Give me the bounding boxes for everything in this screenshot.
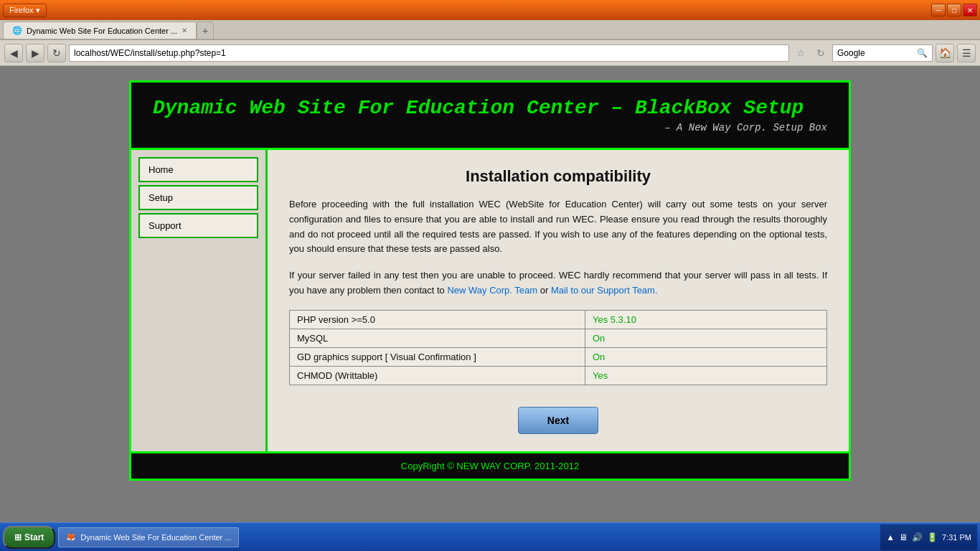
sidebar: Home Setup Support (131, 150, 268, 451)
footer-copyright: CopyRight © NEW WAY CORP. 2011-2012 (401, 461, 579, 471)
taskbar-items: 🦊 Dynamic Web Site For Education Center … (58, 527, 877, 547)
taskbar-tray: ▲ 🖥 🔊 🔋 7:31 PM (880, 524, 977, 550)
back-button[interactable]: ◀ (4, 44, 23, 62)
footer-bar: CopyRight © NEW WAY CORP. 2011-2012 (129, 453, 851, 481)
content-title: Installation compatibility (289, 167, 827, 186)
table-cell-value: Yes 5.3.10 (585, 310, 826, 329)
nav-bar: ◀ ▶ ↻ localhost/WEC/install/setup.php?st… (0, 40, 980, 66)
table-cell-value: On (585, 347, 826, 366)
table-row: PHP version >=5.0Yes 5.3.10 (290, 310, 827, 329)
link-mail-support[interactable]: Mail to our Support Team. (551, 285, 658, 296)
header-banner: Dynamic Web Site For Education Center – … (129, 80, 851, 150)
tab-bar: 🌐 Dynamic Web Site For Education Center … (0, 20, 980, 40)
table-cell-label: PHP version >=5.0 (290, 310, 585, 329)
browser-tab[interactable]: 🌐 Dynamic Web Site For Education Center … (3, 22, 197, 39)
taskbar: ⊞ Start 🦊 Dynamic Web Site For Education… (0, 522, 980, 551)
table-cell-label: CHMOD (Writtable) (290, 366, 585, 385)
content-paragraph1: Before proceeding with the full installa… (289, 197, 827, 257)
home-button[interactable]: 🏠 (936, 44, 954, 62)
table-cell-value: Yes (585, 366, 826, 385)
taskbar-browser-icon: 🦊 (66, 532, 76, 542)
google-search-icon[interactable]: 🔍 (917, 48, 928, 58)
title-bar-left: Firefox ▾ (3, 4, 47, 17)
reload-small-icon[interactable]: ↻ (812, 44, 829, 62)
start-button[interactable]: ⊞ Start (3, 526, 55, 549)
close-button[interactable]: ✕ (963, 4, 977, 17)
compatibility-table: PHP version >=5.0Yes 5.3.10MySQLOnGD gra… (289, 310, 827, 385)
sidebar-item-setup[interactable]: Setup (138, 185, 258, 210)
taskbar-browser-item[interactable]: 🦊 Dynamic Web Site For Education Center … (58, 527, 239, 547)
google-search-box[interactable]: Google 🔍 (832, 44, 933, 62)
tray-battery-icon: 🔋 (927, 532, 938, 542)
sidebar-item-home[interactable]: Home (138, 157, 258, 182)
browser-chrome: Firefox ▾ ─ □ ✕ 🌐 Dynamic Web Site For E… (0, 0, 980, 66)
page-wrapper: Dynamic Web Site For Education Center – … (0, 66, 980, 495)
table-row: GD graphics support [ Visual Confirmatio… (290, 347, 827, 366)
next-button-wrap: Next (289, 407, 827, 434)
link-new-way-corp[interactable]: New Way Corp. Team (447, 285, 537, 296)
reload-button[interactable]: ↻ (47, 44, 66, 62)
next-button[interactable]: Next (518, 407, 598, 434)
tray-network-icon: 🖥 (899, 532, 908, 542)
google-search-label: Google (837, 48, 865, 58)
menu-button[interactable]: ☰ (957, 44, 976, 62)
forward-button[interactable]: ▶ (26, 44, 44, 62)
address-bar[interactable]: localhost/WEC/install/setup.php?step=1 (69, 44, 789, 62)
header-title: Dynamic Web Site For Education Center – … (153, 97, 827, 119)
table-row: CHMOD (Writtable)Yes (290, 366, 827, 385)
minimize-button[interactable]: ─ (931, 4, 946, 17)
tab-close-icon[interactable]: ✕ (182, 27, 187, 34)
title-bar-controls: ─ □ ✕ (931, 4, 977, 17)
table-cell-label: MySQL (290, 329, 585, 347)
tray-arrow-icon: ▲ (886, 532, 895, 542)
firefox-menu-button[interactable]: Firefox ▾ (3, 4, 47, 17)
header-subtitle: – A New Way Corp. Setup Box (153, 122, 827, 133)
title-bar: Firefox ▾ ─ □ ✕ (0, 0, 980, 20)
table-cell-value: On (585, 329, 826, 347)
table-row: MySQLOn (290, 329, 827, 347)
bookmark-star-icon[interactable]: ☆ (792, 44, 809, 62)
sidebar-item-support[interactable]: Support (138, 213, 258, 238)
tray-time: 7:31 PM (942, 533, 971, 542)
tab-title: Dynamic Web Site For Education Center ..… (27, 27, 177, 35)
content-paragraph2: If your server failed in any test then y… (289, 268, 827, 298)
content-area: Installation compatibility Before procee… (268, 150, 849, 451)
table-cell-label: GD graphics support [ Visual Confirmatio… (290, 347, 585, 366)
maximize-button[interactable]: □ (947, 4, 961, 17)
tab-favicon: 🌐 (12, 26, 22, 35)
main-content: Home Setup Support Installation compatib… (129, 150, 851, 453)
start-icon: ⊞ (14, 532, 22, 542)
tray-volume-icon: 🔊 (912, 532, 923, 542)
new-tab-button[interactable]: + (197, 22, 214, 39)
